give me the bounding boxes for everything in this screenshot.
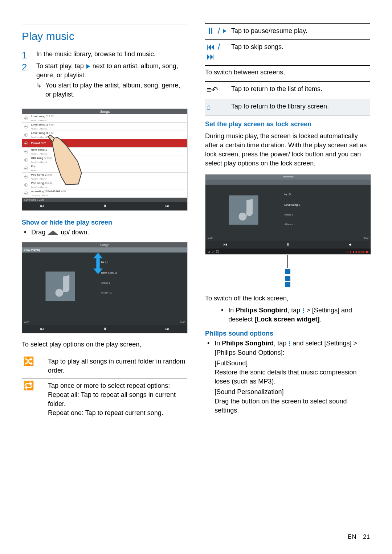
text: In (215, 340, 222, 347)
desc: Tap to return to the list of items. (230, 81, 370, 99)
nav-bar: ◁ ⌂ ☐ ⊞ ⇄ 🔒 ⊙ ▮ ▮ 2:16 ▮▮ (22, 210, 187, 211)
next-icon: ⏭ (166, 327, 169, 332)
icon-cell: ≡↶ (205, 81, 230, 99)
time: 10:56 (358, 250, 365, 254)
bullet: Drag up/ down. (22, 228, 187, 237)
hand-pointer-icon (37, 134, 87, 189)
prev-icon: ⏮ (40, 204, 44, 209)
right-column: ⏸ / ▶ Tap to pause/resume play. ⏮ /⏭ Tap… (205, 22, 370, 539)
player-controls: ⏮ ⏸ ⏭ (22, 202, 187, 210)
left-column: Play music 1 In the music library, brows… (22, 22, 187, 539)
skip-icons: ⏮ /⏭ (207, 42, 220, 61)
list-item: ▸recording1054462408 0:02Unknown - Album (22, 189, 187, 198)
time: 0:00 (208, 236, 213, 240)
square-icon (285, 276, 290, 281)
player-controls: ⏮ ⏸ ⏭ (22, 325, 187, 333)
step-text: In the music library, browse to find mus… (36, 50, 187, 61)
step-num: 2 (22, 62, 30, 80)
step-text: To start play, tap next to an artist, al… (36, 62, 187, 80)
ss-header: Songs (22, 242, 187, 247)
text: To switch between screens, (205, 68, 370, 77)
step-num: 1 (22, 50, 30, 61)
screenshot-lock-screen: ⋮ ⇆ ↻ Love song 2 Artist 1 Album 1 (205, 174, 371, 255)
screenshot-songs-list: Songs ▸Love song 1 3:33Artist 1 - Album … (22, 108, 188, 211)
text: [FullSound] (215, 359, 370, 368)
time: 0:00 (363, 236, 368, 240)
prev-icon: ⏮ (224, 242, 227, 247)
track-meta: ⇆ ↻ Love song 2 Artist 1 Album 1 (281, 185, 371, 235)
pause-icon: ⏸ (103, 327, 107, 332)
track-artist: Artist 1 (101, 281, 184, 285)
page-footer: EN21 (348, 533, 370, 541)
pointer-chain (205, 255, 370, 287)
drag-handle (205, 175, 371, 180)
lang: EN (348, 534, 356, 540)
player-controls: ⏮ ⏸ ⏭ (205, 241, 371, 249)
text: You start to play the artist, album, son… (45, 81, 187, 99)
result-arrow-icon: ↳ (36, 81, 42, 99)
album-art (22, 253, 98, 320)
music-note-icon (44, 270, 77, 303)
text: Repeat one: Tap to repeat current song. (48, 409, 185, 418)
subhead: Set the play screen as lock screen (205, 120, 370, 129)
now-playing: ⇆ ↻ New Song 2 Artist 1 Album 2 (22, 253, 187, 320)
more-icon: ⋮ (366, 180, 368, 185)
table-row: 🔁 Tap once or more to select repeat opti… (22, 378, 187, 421)
desc: Tap to pause/resume play. (230, 24, 370, 40)
tab-bar: Now Playing ⋮ (22, 247, 187, 253)
repeat-icon: 🔁 (23, 381, 34, 390)
tab-bar: ⋮ (205, 180, 371, 185)
menu-icon (289, 341, 290, 346)
text: Philips Songbird (222, 340, 274, 347)
text: To select play options on the play scree… (22, 340, 187, 349)
steps: 1 In the music library, browse to find m… (22, 50, 187, 103)
text: Restore the sonic details that music com… (215, 368, 370, 386)
drag-arrow-icon (93, 253, 103, 274)
text: [Lock screen widget] (254, 316, 319, 323)
time-bar: 0:00 0:00 (205, 235, 371, 241)
music-note-icon (227, 194, 260, 226)
shuffle-icon: 🔀 (23, 356, 34, 366)
table-row: ≡↶ Tap to return to the list of items. (205, 81, 370, 99)
home-icon: ⌂ (207, 103, 211, 111)
text: In Philips Songbird, tap > [Settings] an… (228, 306, 370, 324)
text: To switch off the lock screen, (205, 294, 370, 303)
square-icon (285, 269, 290, 274)
text: . (319, 316, 321, 323)
icon-cell: 🔁 (22, 378, 46, 421)
bullet-dot (207, 339, 209, 415)
rule (22, 25, 187, 25)
next-icon: ⏭ (349, 242, 352, 247)
pause-icon: ⏸ (286, 242, 290, 247)
text: Repeat all: Tap to repeat all songs in c… (48, 390, 185, 409)
track-album: Album 1 (284, 222, 368, 226)
desc: Tap once or more to select repeat option… (46, 378, 187, 421)
track-artist: Artist 1 (284, 213, 368, 217)
icon-cell: ⏸ / ▶ (205, 24, 230, 40)
text: Philips Songbird (236, 307, 287, 314)
text: During music play, the screen is locked … (205, 132, 370, 168)
drag-handle-icon (48, 230, 58, 235)
track-title: Love song 2 (284, 203, 368, 207)
text: up/ down. (59, 229, 89, 236)
tab: Now Playing (24, 247, 40, 253)
icon-cell: 🔀 (22, 354, 46, 378)
track-album: Album 2 (101, 291, 184, 295)
text: To start play, tap (36, 62, 86, 70)
desc: Tap to skip songs. (230, 40, 370, 65)
table-row: ⌂ Tap to return to the library screen. (205, 99, 370, 115)
list-item: ▸Love song 1 3:33Artist 1 - Album 1 (22, 114, 187, 123)
table-row: ⏮ /⏭ Tap to skip songs. (205, 40, 370, 65)
time-bar: 0:00 0:00 (22, 320, 187, 325)
now-playing-bar: Love song 2 0:00 (22, 198, 187, 202)
pause-play-icon: ⏸ / ▶ (207, 26, 227, 36)
album-art (205, 185, 281, 235)
play-options-table: 🔀 Tap to play all songs in current folde… (22, 354, 187, 421)
screenshot-play-screen: Songs Now Playing ⋮ ⇆ ↻ New Song 2 Artis… (22, 242, 188, 333)
square-icon (285, 282, 290, 287)
step-2: 2 To start play, tap next to an artist, … (22, 62, 187, 80)
page-number: 21 (363, 534, 370, 540)
text: Tap once or more to select repeat option… (48, 381, 185, 390)
bullet: In Philips Songbird, tap > [Settings] an… (205, 306, 370, 324)
desc: Tap to return to the library screen. (230, 99, 370, 115)
